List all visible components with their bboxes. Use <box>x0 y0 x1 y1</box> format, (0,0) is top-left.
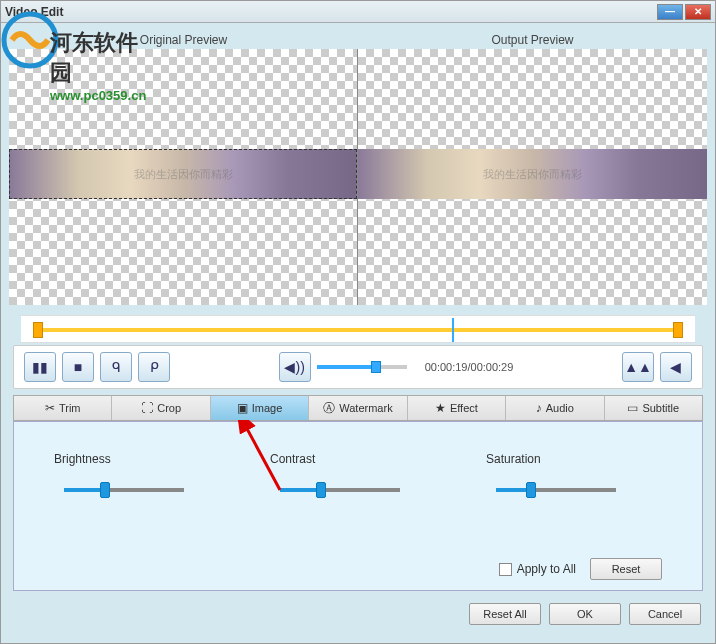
edit-tabs: ✂Trim ⛶Crop ▣Image ⒶWatermark ★Effect ♪A… <box>13 395 703 421</box>
contrast-group: Contrast <box>270 452 446 492</box>
brightness-label: Brightness <box>54 452 230 466</box>
image-settings-panel: Brightness Contrast Saturation <box>13 421 703 591</box>
scissors-right-icon: ᑭ <box>150 359 159 375</box>
saturation-label: Saturation <box>486 452 662 466</box>
ok-button[interactable]: OK <box>549 603 621 625</box>
timeline-track <box>33 328 683 332</box>
original-preview-pane[interactable]: 我的生活因你而精彩 <box>9 49 358 305</box>
tab-watermark[interactable]: ⒶWatermark <box>309 396 407 420</box>
contrast-thumb[interactable] <box>316 482 326 498</box>
window-title: Video Edit <box>5 5 63 19</box>
stop-button[interactable]: ■ <box>62 352 94 382</box>
volume-thumb[interactable] <box>371 361 381 373</box>
contrast-label: Contrast <box>270 452 446 466</box>
flip-vertical-button[interactable]: ◀ <box>660 352 692 382</box>
flip-h-icon: ▲▲ <box>624 359 652 375</box>
pause-button[interactable]: ▮▮ <box>24 352 56 382</box>
tab-trim[interactable]: ✂Trim <box>14 396 112 420</box>
cancel-button[interactable]: Cancel <box>629 603 701 625</box>
mark-out-button[interactable]: ᑭ <box>138 352 170 382</box>
timeline[interactable] <box>21 315 695 343</box>
reset-all-button[interactable]: Reset All <box>469 603 541 625</box>
dialog-buttons: Reset All OK Cancel <box>1 597 715 631</box>
volume-button[interactable]: ◀)) <box>279 352 311 382</box>
flip-horizontal-button[interactable]: ▲▲ <box>622 352 654 382</box>
scissors-left-icon: ᑫ <box>112 359 121 375</box>
brightness-thumb[interactable] <box>100 482 110 498</box>
tab-crop[interactable]: ⛶Crop <box>112 396 210 420</box>
apply-all-checkbox-label[interactable]: Apply to All <box>499 562 576 576</box>
output-preview-pane: 我的生活因你而精彩 <box>358 49 707 305</box>
saturation-slider[interactable] <box>496 488 616 492</box>
saturation-thumb[interactable] <box>526 482 536 498</box>
playback-controls: ▮▮ ■ ᑫ ᑭ ◀)) 00:00:19/00:00:29 ▲▲ ◀ <box>13 345 703 389</box>
close-button[interactable]: ✕ <box>685 4 711 20</box>
time-display: 00:00:19/00:00:29 <box>425 361 514 373</box>
tab-effect[interactable]: ★Effect <box>408 396 506 420</box>
scissors-icon: ✂ <box>45 401 55 415</box>
timeline-playhead[interactable] <box>452 318 454 342</box>
preview-area: Original Preview 我的生活因你而精彩 Output Previe… <box>1 23 715 313</box>
saturation-group: Saturation <box>486 452 662 492</box>
tab-subtitle[interactable]: ▭Subtitle <box>605 396 702 420</box>
pause-icon: ▮▮ <box>32 359 48 375</box>
tab-audio[interactable]: ♪Audio <box>506 396 604 420</box>
original-preview-label: Original Preview <box>9 31 358 49</box>
original-video-strip[interactable]: 我的生活因你而精彩 <box>9 149 357 199</box>
timeline-start-marker[interactable] <box>33 322 43 338</box>
titlebar: Video Edit — ✕ <box>1 1 715 23</box>
stop-icon: ■ <box>74 359 82 375</box>
volume-icon: ◀)) <box>284 359 304 375</box>
watermark-icon: Ⓐ <box>323 400 335 417</box>
image-icon: ▣ <box>237 401 248 415</box>
brightness-group: Brightness <box>54 452 230 492</box>
minimize-button[interactable]: — <box>657 4 683 20</box>
crop-icon: ⛶ <box>141 401 153 415</box>
reset-button[interactable]: Reset <box>590 558 662 580</box>
mark-in-button[interactable]: ᑫ <box>100 352 132 382</box>
subtitle-icon: ▭ <box>627 401 638 415</box>
output-video-strip: 我的生活因你而精彩 <box>358 149 707 199</box>
contrast-slider[interactable] <box>280 488 400 492</box>
music-icon: ♪ <box>536 401 542 415</box>
tab-image[interactable]: ▣Image <box>211 396 309 420</box>
output-preview-label: Output Preview <box>358 31 707 49</box>
timeline-end-marker[interactable] <box>673 322 683 338</box>
star-icon: ★ <box>435 401 446 415</box>
flip-v-icon: ◀ <box>670 359 681 375</box>
video-edit-window: Video Edit — ✕ 河东软件园 www.pc0359.cn Origi… <box>0 0 716 644</box>
apply-all-checkbox[interactable] <box>499 563 512 576</box>
volume-slider[interactable] <box>317 365 407 369</box>
brightness-slider[interactable] <box>64 488 184 492</box>
